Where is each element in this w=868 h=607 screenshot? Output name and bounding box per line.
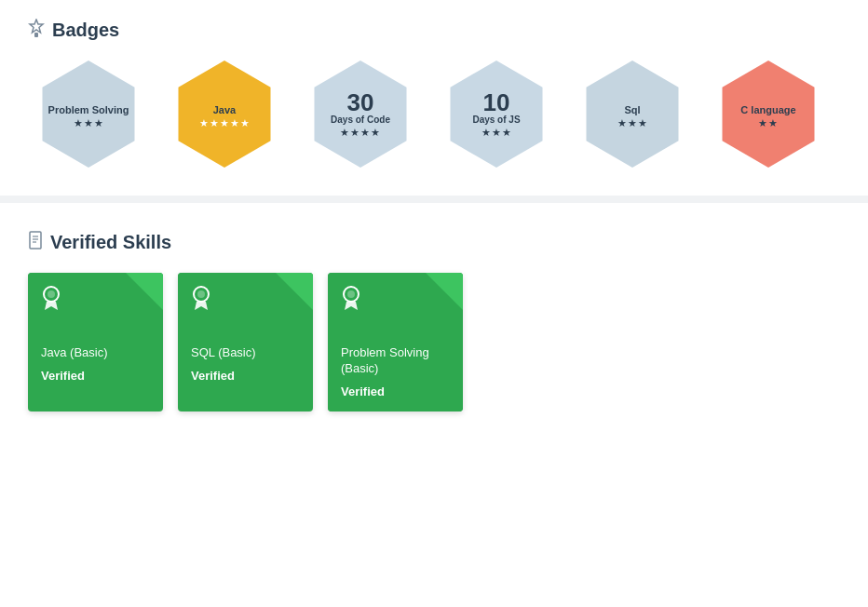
svg-point-27 <box>197 290 205 298</box>
badge-stars: ★★★ <box>74 117 104 129</box>
skill-card-top <box>328 273 463 338</box>
skill-name: SQL (Basic) <box>191 345 300 361</box>
skill-card-sql-basic[interactable]: SQL (Basic) Verified <box>178 273 313 411</box>
hex-shape: Problem Solving ★★★ <box>37 61 140 168</box>
badge-problem-solving[interactable]: Problem Solving ★★★ <box>28 61 149 168</box>
hex-shape: Java ★★★★★ <box>173 61 276 168</box>
skills-section-title: Verified Skills <box>50 232 171 253</box>
skill-card-java-basic[interactable]: Java (Basic) Verified <box>28 273 163 411</box>
badge-sql[interactable]: Sql ★★★ <box>572 61 693 168</box>
badges-section-icon <box>28 19 45 42</box>
badge-label: Days of JS <box>472 115 520 125</box>
ribbon-icon <box>41 286 61 315</box>
hex-shape: 10 Days of JS ★★★ <box>445 61 548 168</box>
skills-section-header: Verified Skills <box>28 231 840 254</box>
skills-section-icon <box>28 231 43 254</box>
badge-label: Sql <box>624 104 640 115</box>
svg-rect-20 <box>30 232 41 249</box>
badge-30days[interactable]: 30 Days of Code ★★★★ <box>300 61 421 168</box>
badge-stars: ★★★ <box>617 117 648 129</box>
skill-card-top <box>178 273 313 338</box>
ribbon-icon <box>341 286 361 315</box>
skill-name: Problem Solving (Basic) <box>341 345 450 377</box>
badge-number: 10 <box>483 90 510 115</box>
skill-name: Java (Basic) <box>41 345 150 361</box>
badge-label: Java <box>213 104 236 115</box>
badge-number: 30 <box>347 90 374 115</box>
skill-card-body: SQL (Basic) Verified <box>178 338 313 396</box>
hex-shape: C C language ★★ <box>717 61 820 168</box>
badge-stars: ★★★ <box>481 127 512 139</box>
ribbon-icon <box>191 286 211 315</box>
skills-row: Java (Basic) Verified SQL (Basic) Verifi… <box>28 273 840 411</box>
skill-card-corner <box>426 273 463 310</box>
svg-point-25 <box>47 290 55 298</box>
badges-section-header: Badges <box>28 19 840 42</box>
badges-row: Problem Solving ★★★ Java ★★★★★ 30 Days o… <box>28 61 840 168</box>
skill-card-body: Java (Basic) Verified <box>28 338 163 396</box>
skill-card-corner <box>126 273 163 310</box>
badge-10days[interactable]: 10 Days of JS ★★★ <box>436 61 557 168</box>
skill-verified-label: Verified <box>191 369 300 383</box>
badges-section-title: Badges <box>52 20 119 41</box>
badge-clang[interactable]: C C language ★★ <box>708 61 829 168</box>
skill-card-corner <box>276 273 313 310</box>
skill-verified-label: Verified <box>41 369 150 383</box>
badge-stars: ★★★★ <box>340 127 381 139</box>
badge-label: Days of Code <box>331 115 390 125</box>
badge-label: C language <box>740 104 795 115</box>
svg-point-29 <box>347 290 355 298</box>
badge-java[interactable]: Java ★★★★★ <box>164 61 285 168</box>
badge-label: Problem Solving <box>48 104 129 115</box>
svg-rect-0 <box>34 33 38 37</box>
section-divider <box>0 196 868 203</box>
badge-stars: ★★ <box>758 117 779 129</box>
hex-shape: Sql ★★★ <box>581 61 684 168</box>
skill-card-top <box>28 273 163 338</box>
page-container: Badges Problem Solving ★★★ Java ★★★★★ 30… <box>0 0 868 430</box>
hex-shape: 30 Days of Code ★★★★ <box>309 61 412 168</box>
skill-verified-label: Verified <box>341 384 450 398</box>
skill-card-body: Problem Solving (Basic) Verified <box>328 338 463 411</box>
skill-card-problem-solving-basic[interactable]: Problem Solving (Basic) Verified <box>328 273 463 411</box>
badge-stars: ★★★★★ <box>199 117 251 129</box>
